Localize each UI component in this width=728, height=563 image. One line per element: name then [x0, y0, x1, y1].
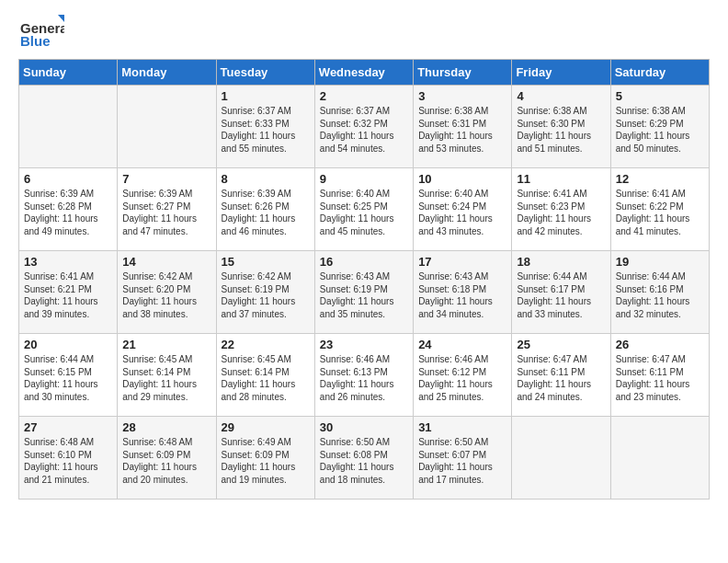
day-info: Sunrise: 6:44 AM Sunset: 6:15 PM Dayligh… [24, 353, 112, 403]
weekday-header: Tuesday [216, 60, 314, 86]
day-info: Sunrise: 6:39 AM Sunset: 6:28 PM Dayligh… [24, 188, 112, 237]
day-number: 9 [320, 172, 408, 186]
weekday-header: Thursday [414, 60, 512, 86]
day-info: Sunrise: 6:38 AM Sunset: 6:30 PM Dayligh… [517, 105, 605, 155]
calendar-cell: 20Sunrise: 6:44 AM Sunset: 6:15 PM Dayli… [19, 334, 118, 417]
day-number: 26 [616, 338, 704, 351]
calendar-cell: 15Sunrise: 6:42 AM Sunset: 6:19 PM Dayli… [216, 251, 314, 334]
svg-text:Blue: Blue [20, 33, 51, 49]
day-number: 11 [517, 172, 605, 186]
weekday-header: Friday [512, 60, 610, 86]
day-info: Sunrise: 6:46 AM Sunset: 6:12 PM Dayligh… [418, 353, 506, 403]
day-number: 7 [122, 172, 210, 186]
calendar-cell: 14Sunrise: 6:42 AM Sunset: 6:20 PM Dayli… [118, 251, 216, 334]
calendar-week-row: 1Sunrise: 6:37 AM Sunset: 6:33 PM Daylig… [19, 86, 710, 168]
calendar-cell [19, 86, 118, 168]
calendar-cell: 29Sunrise: 6:49 AM Sunset: 6:09 PM Dayli… [216, 417, 314, 500]
day-info: Sunrise: 6:48 AM Sunset: 6:10 PM Dayligh… [24, 436, 112, 486]
day-info: Sunrise: 6:41 AM Sunset: 6:22 PM Dayligh… [616, 188, 704, 237]
day-number: 20 [24, 338, 112, 351]
day-number: 23 [320, 338, 408, 351]
calendar-cell: 1Sunrise: 6:37 AM Sunset: 6:33 PM Daylig… [216, 86, 314, 168]
calendar-cell: 21Sunrise: 6:45 AM Sunset: 6:14 PM Dayli… [118, 334, 216, 417]
calendar-cell: 24Sunrise: 6:46 AM Sunset: 6:12 PM Dayli… [414, 334, 512, 417]
day-info: Sunrise: 6:37 AM Sunset: 6:32 PM Dayligh… [320, 105, 408, 155]
day-number: 6 [24, 172, 112, 186]
calendar-cell: 4Sunrise: 6:38 AM Sunset: 6:30 PM Daylig… [512, 86, 610, 168]
calendar-cell: 27Sunrise: 6:48 AM Sunset: 6:10 PM Dayli… [19, 417, 118, 500]
day-info: Sunrise: 6:49 AM Sunset: 6:09 PM Dayligh… [222, 436, 310, 486]
calendar-cell: 12Sunrise: 6:41 AM Sunset: 6:22 PM Dayli… [610, 168, 709, 251]
calendar-cell: 3Sunrise: 6:38 AM Sunset: 6:31 PM Daylig… [414, 86, 512, 168]
day-info: Sunrise: 6:42 AM Sunset: 6:19 PM Dayligh… [222, 270, 310, 320]
day-info: Sunrise: 6:44 AM Sunset: 6:17 PM Dayligh… [517, 270, 605, 320]
day-number: 8 [222, 172, 310, 186]
weekday-header: Sunday [19, 60, 118, 86]
day-number: 29 [222, 420, 310, 434]
day-number: 27 [24, 420, 112, 434]
calendar-cell: 9Sunrise: 6:40 AM Sunset: 6:25 PM Daylig… [314, 168, 413, 251]
day-number: 19 [616, 255, 704, 269]
calendar-cell: 26Sunrise: 6:47 AM Sunset: 6:11 PM Dayli… [610, 334, 709, 417]
calendar-cell [118, 86, 216, 168]
day-number: 12 [616, 172, 704, 186]
day-info: Sunrise: 6:39 AM Sunset: 6:26 PM Dayligh… [222, 188, 310, 237]
calendar-cell: 19Sunrise: 6:44 AM Sunset: 6:16 PM Dayli… [610, 251, 709, 334]
calendar-cell: 7Sunrise: 6:39 AM Sunset: 6:27 PM Daylig… [118, 168, 216, 251]
day-info: Sunrise: 6:47 AM Sunset: 6:11 PM Dayligh… [616, 353, 704, 403]
day-info: Sunrise: 6:47 AM Sunset: 6:11 PM Dayligh… [517, 353, 605, 403]
day-info: Sunrise: 6:45 AM Sunset: 6:14 PM Dayligh… [222, 353, 310, 403]
day-number: 28 [122, 420, 210, 434]
day-info: Sunrise: 6:39 AM Sunset: 6:27 PM Dayligh… [122, 188, 210, 237]
calendar-cell [610, 417, 709, 500]
day-info: Sunrise: 6:48 AM Sunset: 6:09 PM Dayligh… [122, 436, 210, 486]
day-info: Sunrise: 6:38 AM Sunset: 6:29 PM Dayligh… [616, 105, 704, 155]
weekday-header: Saturday [610, 60, 709, 86]
logo: General Blue [18, 15, 64, 50]
calendar-table: SundayMondayTuesdayWednesdayThursdayFrid… [18, 59, 710, 500]
day-number: 10 [418, 172, 506, 186]
day-info: Sunrise: 6:45 AM Sunset: 6:14 PM Dayligh… [122, 353, 210, 403]
weekday-header: Monday [118, 60, 216, 86]
calendar-cell: 18Sunrise: 6:44 AM Sunset: 6:17 PM Dayli… [512, 251, 610, 334]
day-info: Sunrise: 6:38 AM Sunset: 6:31 PM Dayligh… [418, 105, 506, 155]
calendar-cell: 17Sunrise: 6:43 AM Sunset: 6:18 PM Dayli… [414, 251, 512, 334]
calendar-cell: 8Sunrise: 6:39 AM Sunset: 6:26 PM Daylig… [216, 168, 314, 251]
day-number: 25 [517, 338, 605, 351]
calendar-week-row: 6Sunrise: 6:39 AM Sunset: 6:28 PM Daylig… [19, 168, 710, 251]
calendar-cell: 13Sunrise: 6:41 AM Sunset: 6:21 PM Dayli… [19, 251, 118, 334]
calendar-cell: 16Sunrise: 6:43 AM Sunset: 6:19 PM Dayli… [314, 251, 413, 334]
day-number: 16 [320, 255, 408, 269]
calendar-cell: 28Sunrise: 6:48 AM Sunset: 6:09 PM Dayli… [118, 417, 216, 500]
day-info: Sunrise: 6:43 AM Sunset: 6:18 PM Dayligh… [418, 270, 506, 320]
day-number: 14 [122, 255, 210, 269]
day-info: Sunrise: 6:40 AM Sunset: 6:24 PM Dayligh… [418, 188, 506, 237]
day-number: 22 [222, 338, 310, 351]
day-info: Sunrise: 6:37 AM Sunset: 6:33 PM Dayligh… [222, 105, 310, 155]
day-number: 13 [24, 255, 112, 269]
day-info: Sunrise: 6:40 AM Sunset: 6:25 PM Dayligh… [320, 188, 408, 237]
day-info: Sunrise: 6:41 AM Sunset: 6:23 PM Dayligh… [517, 188, 605, 237]
calendar-cell [512, 417, 610, 500]
day-number: 2 [320, 89, 408, 103]
calendar-cell: 10Sunrise: 6:40 AM Sunset: 6:24 PM Dayli… [414, 168, 512, 251]
calendar-cell: 5Sunrise: 6:38 AM Sunset: 6:29 PM Daylig… [610, 86, 709, 168]
day-number: 15 [222, 255, 310, 269]
day-info: Sunrise: 6:42 AM Sunset: 6:20 PM Dayligh… [122, 270, 210, 320]
calendar-cell: 25Sunrise: 6:47 AM Sunset: 6:11 PM Dayli… [512, 334, 610, 417]
page-header: General Blue [18, 15, 710, 50]
day-number: 4 [517, 89, 605, 103]
day-number: 3 [418, 89, 506, 103]
calendar-cell: 6Sunrise: 6:39 AM Sunset: 6:28 PM Daylig… [19, 168, 118, 251]
calendar-cell: 2Sunrise: 6:37 AM Sunset: 6:32 PM Daylig… [314, 86, 413, 168]
day-info: Sunrise: 6:41 AM Sunset: 6:21 PM Dayligh… [24, 270, 112, 320]
calendar-cell: 30Sunrise: 6:50 AM Sunset: 6:08 PM Dayli… [314, 417, 413, 500]
day-info: Sunrise: 6:50 AM Sunset: 6:07 PM Dayligh… [418, 436, 506, 486]
day-info: Sunrise: 6:43 AM Sunset: 6:19 PM Dayligh… [320, 270, 408, 320]
calendar-week-row: 20Sunrise: 6:44 AM Sunset: 6:15 PM Dayli… [19, 334, 710, 417]
calendar-week-row: 13Sunrise: 6:41 AM Sunset: 6:21 PM Dayli… [19, 251, 710, 334]
logo-svg: General Blue [18, 15, 64, 50]
day-info: Sunrise: 6:44 AM Sunset: 6:16 PM Dayligh… [616, 270, 704, 320]
day-info: Sunrise: 6:46 AM Sunset: 6:13 PM Dayligh… [320, 353, 408, 403]
calendar-week-row: 27Sunrise: 6:48 AM Sunset: 6:10 PM Dayli… [19, 417, 710, 500]
